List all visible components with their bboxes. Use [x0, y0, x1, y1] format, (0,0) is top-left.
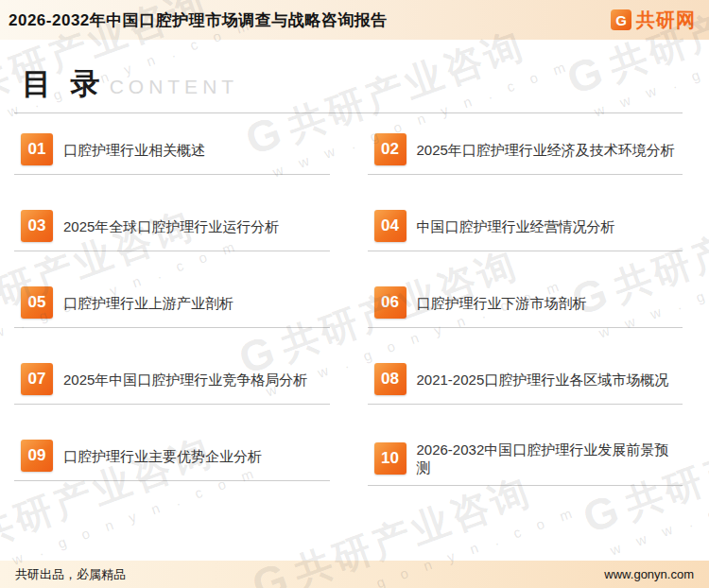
report-toc-page: 2026-2032年中国口腔护理市场调查与战略咨询报告 G 共研网 目 录 CO…	[0, 0, 709, 588]
toc-item-label: 2025年口腔护理行业经济及技术环境分析	[417, 140, 675, 159]
toc-item-label: 2021-2025口腔护理行业各区域市场概况	[417, 370, 669, 389]
main-content: 目 录 CONTENT 01 口腔护理行业相关概述 02 2025年口腔护理行业…	[14, 40, 683, 516]
toc-title-cn: 目 录	[22, 64, 106, 104]
toc-item: 09 口腔护理行业主要优势企业分析	[14, 440, 330, 481]
toc-item-number: 10	[374, 442, 406, 475]
logo-g-icon: G	[611, 9, 631, 30]
toc-item: 01 口腔护理行业相关概述	[14, 133, 330, 175]
toc-item: 05 口腔护理行业上游产业剖析	[14, 286, 330, 328]
footer-bar: 共研出品，必属精品 www.gonyn.com	[0, 561, 709, 588]
toc-item-label: 口腔护理行业相关概述	[63, 140, 205, 159]
toc-item-number: 04	[374, 210, 406, 242]
toc-item-number: 08	[374, 363, 406, 395]
toc-item-number: 07	[21, 363, 53, 395]
toc-title-en: CONTENT	[110, 76, 239, 98]
toc-grid: 01 口腔护理行业相关概述 02 2025年口腔护理行业经济及技术环境分析 03…	[14, 133, 683, 516]
toc-item: 06 口腔护理行业下游市场剖析	[368, 286, 683, 328]
toc-item: 03 2025年全球口腔护理行业运行分析	[14, 210, 330, 251]
report-title: 2026-2032年中国口腔护理市场调查与战略咨询报告	[9, 9, 388, 31]
toc-item-number: 09	[21, 440, 53, 472]
footer-slogan: 共研出品，必属精品	[15, 566, 126, 583]
toc-divider	[14, 112, 683, 113]
toc-item-label: 口腔护理行业下游市场剖析	[417, 293, 587, 312]
toc-item-label: 中国口腔护理行业经营情况分析	[417, 216, 615, 235]
toc-item: 04 中国口腔护理行业经营情况分析	[368, 210, 683, 251]
header-bar: 2026-2032年中国口腔护理市场调查与战略咨询报告 G 共研网	[0, 0, 709, 40]
brand-logo: G 共研网	[611, 8, 696, 33]
footer-url: www.gonyn.com	[604, 567, 694, 581]
toc-item-label: 2026-2032中国口腔护理行业发展前景预测	[417, 440, 683, 476]
toc-item: 10 2026-2032中国口腔护理行业发展前景预测	[368, 440, 683, 486]
toc-item-label: 2025年全球口腔护理行业运行分析	[63, 216, 279, 235]
toc-item-label: 2025年中国口腔护理行业竞争格局分析	[63, 370, 307, 389]
toc-item-number: 06	[374, 286, 406, 319]
toc-item-label: 口腔护理行业主要优势企业分析	[63, 446, 262, 465]
toc-item-number: 01	[21, 133, 53, 165]
toc-item-label: 口腔护理行业上游产业剖析	[63, 293, 233, 312]
toc-item: 08 2021-2025口腔护理行业各区域市场概况	[368, 363, 683, 405]
toc-item-number: 05	[21, 286, 53, 319]
toc-heading: 目 录 CONTENT	[14, 64, 683, 104]
toc-item: 07 2025年中国口腔护理行业竞争格局分析	[14, 363, 330, 405]
toc-item-number: 02	[374, 133, 406, 165]
toc-item-number: 03	[21, 210, 53, 242]
toc-item: 02 2025年口腔护理行业经济及技术环境分析	[368, 133, 683, 175]
logo-text: 共研网	[636, 8, 696, 33]
